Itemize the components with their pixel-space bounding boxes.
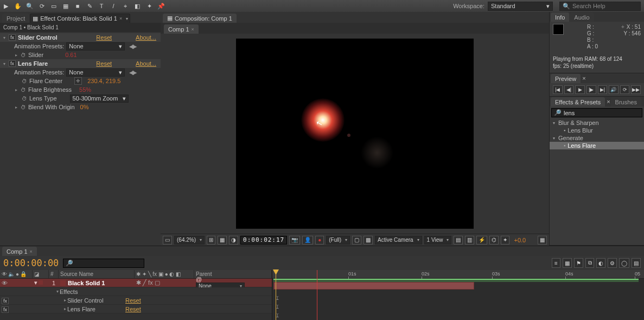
audio-col-icon[interactable]: 🔈 xyxy=(8,271,15,277)
layer-row[interactable]: 👁 ▾ 1 Black Solid 1 ✱ ╱ fx ▢ @ None xyxy=(0,279,272,287)
zoom-tool[interactable]: 🔍 xyxy=(24,1,35,11)
reset-link[interactable]: Reset xyxy=(96,60,112,67)
lens-type-select[interactable]: 50-300mm Zoom▾ xyxy=(70,95,129,103)
close-icon[interactable]: × xyxy=(582,75,585,81)
reset-link[interactable]: Reset xyxy=(96,34,112,41)
eraser-tool[interactable]: ◧ xyxy=(132,1,143,11)
channel-icon[interactable]: ● xyxy=(315,236,324,244)
magnification-select[interactable]: (64.2%) xyxy=(174,236,205,244)
preset-lens-flare[interactable]: ▪Lens Flare xyxy=(550,142,644,149)
camera-select[interactable]: Active Camera xyxy=(375,236,422,244)
slider-value[interactable]: 0.61 xyxy=(65,52,76,58)
tab-audio[interactable]: Audio xyxy=(570,12,594,22)
brainstorm-icon[interactable]: ⚙ xyxy=(608,258,617,268)
effects-search-input[interactable] xyxy=(564,110,640,116)
timeline-icon[interactable]: ⌬ xyxy=(489,236,499,244)
grid-icon[interactable]: ▦ xyxy=(218,236,227,244)
label-color[interactable] xyxy=(39,280,43,285)
twirl-icon[interactable]: ▾ xyxy=(34,279,37,286)
comp-mini-flow-icon[interactable]: ≡ xyxy=(552,258,560,268)
shy-icon[interactable]: ⚑ xyxy=(574,258,583,268)
parent-pickwhip-icon[interactable]: @ xyxy=(196,276,202,283)
fx-badge-icon[interactable]: fx xyxy=(2,298,9,304)
puppet-tool[interactable]: 📌 xyxy=(156,1,167,11)
motion-blur-icon[interactable]: ◐ xyxy=(596,258,605,268)
rotate-tool[interactable]: ⟳ xyxy=(36,1,47,11)
solo-col-icon[interactable]: ● xyxy=(16,271,19,277)
twirl-icon[interactable]: ▾ xyxy=(55,289,60,294)
hand-tool[interactable]: ✋ xyxy=(12,1,23,11)
twirl-icon[interactable]: ▾ xyxy=(2,35,7,40)
rotobrush-tool[interactable]: ✦ xyxy=(144,1,155,11)
timeline-timecode[interactable]: 0:00:00:00 xyxy=(3,258,59,268)
stopwatch-icon[interactable]: ⏱ xyxy=(21,104,26,110)
timeline-tab[interactable]: Comp 1 × xyxy=(2,247,37,256)
tab-brushes[interactable]: Brushes xyxy=(611,97,641,106)
pan-behind-tool[interactable]: ▦ xyxy=(60,1,71,11)
fast-preview-icon[interactable]: ⚡ xyxy=(476,236,487,244)
mask-icon[interactable]: ◑ xyxy=(229,236,238,244)
selection-tool[interactable]: ▶ xyxy=(1,1,11,11)
clone-tool[interactable]: ⌖ xyxy=(120,1,131,11)
tab-effects-presets[interactable]: Effects & Presets xyxy=(551,97,605,106)
reset-link[interactable]: Reset xyxy=(125,306,141,312)
preset-lens-blur[interactable]: ▪Lens Blur xyxy=(550,127,644,134)
comp-tab[interactable]: Comp 1 × xyxy=(164,24,199,34)
flare-center-value[interactable]: 230.4, 219.5 xyxy=(87,78,120,84)
safe-zones-icon[interactable]: ⊞ xyxy=(207,236,215,244)
twirl-icon[interactable]: ▸ xyxy=(63,298,67,303)
resolution-select[interactable]: (Full) xyxy=(326,236,350,244)
close-icon[interactable]: × xyxy=(119,16,122,21)
shape-tool[interactable]: ■ xyxy=(72,1,83,11)
stopwatch-icon[interactable]: ⏱ xyxy=(22,96,27,102)
type-tool[interactable]: T xyxy=(96,1,107,11)
transparency-icon[interactable]: ▩ xyxy=(364,236,373,244)
close-icon[interactable]: × xyxy=(192,27,194,32)
timeline-search[interactable]: 🔎 xyxy=(63,259,144,268)
preset-nav-icons[interactable]: ◀▶ xyxy=(129,43,136,50)
layer-bar[interactable] xyxy=(273,282,474,290)
search-help-input[interactable]: 🔍 Search Help xyxy=(559,2,641,11)
video-toggle-icon[interactable]: 👁 xyxy=(2,280,8,286)
timeline-track-area[interactable]: 01s02s03s04s05 𝙸 𝙸 𝙸 xyxy=(272,270,644,320)
exposure-value[interactable]: +0.0 xyxy=(514,237,526,243)
time-ruler[interactable]: 01s02s03s04s05 xyxy=(272,270,644,279)
twirl-icon[interactable]: ▸ xyxy=(63,306,67,311)
twirl-icon[interactable]: ▸ xyxy=(14,105,18,110)
close-icon[interactable]: × xyxy=(30,249,33,254)
tab-info[interactable]: Info xyxy=(551,12,569,22)
tab-effect-controls[interactable]: ▦ Effect Controls: Black Solid 1 × xyxy=(30,14,130,23)
ram-preview-button[interactable]: ▶▶ xyxy=(631,85,641,94)
effects-search[interactable]: 🔎 xyxy=(551,108,642,117)
timeline-effect-slider[interactable]: Slider Control xyxy=(67,297,104,304)
comp-canvas[interactable]: ↖ xyxy=(236,39,474,229)
label-col-icon[interactable]: ◪ xyxy=(34,271,39,277)
view-options-icon[interactable]: ▤ xyxy=(454,236,463,244)
camera-tool[interactable]: ▭ xyxy=(48,1,59,11)
mute-button[interactable]: 🔊 xyxy=(609,85,619,94)
views-select[interactable]: 1 View xyxy=(424,236,452,244)
flowchart-icon[interactable]: ✦ xyxy=(501,236,509,244)
draft3d-icon[interactable]: ▦ xyxy=(563,258,572,268)
roi-icon[interactable]: ▢ xyxy=(352,236,361,244)
show-snapshot-icon[interactable]: 👤 xyxy=(302,236,313,244)
next-frame-button[interactable]: |▶ xyxy=(586,85,596,94)
pixel-aspect-icon[interactable]: ▥ xyxy=(465,236,474,244)
about-link[interactable]: About... xyxy=(136,60,156,67)
stopwatch-icon[interactable]: ⏱ xyxy=(21,52,26,58)
tab-project[interactable]: Project xyxy=(2,14,29,23)
loop-button[interactable]: ⟳ xyxy=(620,85,630,94)
layer-switches[interactable]: ✱ ╱ fx ▢ xyxy=(136,279,160,286)
reset-exposure-icon[interactable]: ▦ xyxy=(538,236,547,244)
about-link[interactable]: About... xyxy=(136,34,156,41)
fx-badge-icon[interactable]: fx xyxy=(9,34,16,41)
prev-frame-button[interactable]: ◀| xyxy=(564,85,574,94)
lock-col-icon[interactable]: 🔒 xyxy=(20,271,27,277)
frame-blend-icon[interactable]: ⧉ xyxy=(585,258,594,268)
fx-badge-icon[interactable]: fx xyxy=(9,60,16,67)
current-time[interactable]: 0:00:02:17 xyxy=(240,236,287,244)
preset-nav-icons[interactable]: ◀▶ xyxy=(129,69,136,76)
timeline-effect-lensflare[interactable]: Lens Flare xyxy=(67,306,95,312)
reset-link[interactable]: Reset xyxy=(125,297,141,304)
stopwatch-icon[interactable]: ⏱ xyxy=(21,87,26,93)
